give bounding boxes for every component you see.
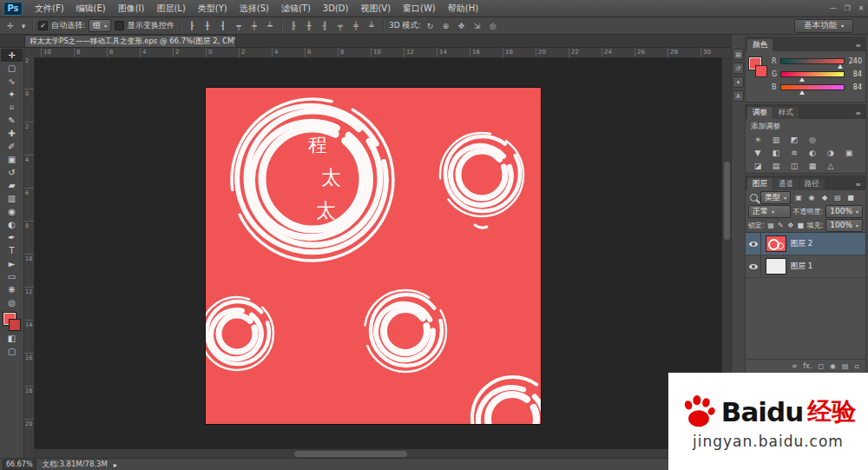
document-viewport[interactable]: 程 太 太 xyxy=(34,57,722,449)
gradient-tool[interactable]: ▥ xyxy=(1,192,23,205)
background-color-swatch[interactable] xyxy=(9,319,21,331)
tab-channels[interactable]: 通道 xyxy=(773,178,799,190)
show-transform-checkbox[interactable] xyxy=(115,21,124,30)
layer-name[interactable]: 图层 2 xyxy=(791,239,812,249)
adjustment-photofilter-icon[interactable]: ◑ xyxy=(824,149,838,157)
adjustment-exposure-icon[interactable]: ◎ xyxy=(806,136,819,144)
delete-layer-icon[interactable]: ▫ xyxy=(855,362,859,370)
align-bottom-icon[interactable]: ┷ xyxy=(264,20,276,32)
panel-menu-icon[interactable]: ≡ xyxy=(855,181,864,190)
adjustment-threshold-icon[interactable]: ◫ xyxy=(787,162,801,170)
align-top-icon[interactable]: ┯ xyxy=(233,20,245,32)
opacity-dropdown[interactable]: 100% ▾ xyxy=(825,205,863,218)
visibility-toggle[interactable] xyxy=(746,233,761,255)
auto-select-checkbox[interactable]: ✓ xyxy=(38,21,48,30)
green-value[interactable]: 84 xyxy=(847,70,862,78)
filter-pixel-layers-icon[interactable]: ▣ xyxy=(793,194,804,202)
brush-tool[interactable]: ✐ xyxy=(1,140,23,153)
menu-item-file[interactable]: 文件(F) xyxy=(29,0,70,17)
horizontal-scrollbar-thumb[interactable] xyxy=(294,451,407,457)
document-canvas[interactable]: 程 太 太 xyxy=(206,88,541,424)
visibility-toggle[interactable] xyxy=(746,255,761,277)
restore-button[interactable]: ❐ xyxy=(840,0,854,17)
filter-adjustment-layers-icon[interactable]: ◉ xyxy=(806,194,817,202)
distribute-right-icon[interactable]: ╢ xyxy=(319,20,331,32)
menu-item-view[interactable]: 视图(V) xyxy=(354,0,397,17)
link-layers-icon[interactable]: ∞ xyxy=(792,362,798,370)
eyedropper-tool[interactable]: ✎ xyxy=(1,114,23,127)
3d-scale-icon[interactable]: ◎ xyxy=(487,20,499,32)
layer-thumbnail[interactable] xyxy=(766,258,786,275)
panel-menu-icon[interactable]: ≡ xyxy=(855,109,864,119)
adjustment-levels-icon[interactable]: ▥ xyxy=(769,136,783,144)
menu-item-3d[interactable]: 3D(D) xyxy=(317,0,355,17)
align-center-h-icon[interactable]: ╂ xyxy=(201,20,214,32)
lasso-tool[interactable]: ∿ xyxy=(1,75,23,88)
filter-type-dropdown[interactable]: 类型 ▾ xyxy=(760,191,791,204)
dock-icon-character[interactable]: A xyxy=(733,90,744,102)
lock-position-icon[interactable]: ✥ xyxy=(787,222,794,229)
menu-item-image[interactable]: 图像(I) xyxy=(112,0,151,17)
align-middle-icon[interactable]: ┿ xyxy=(248,20,260,32)
auto-select-group-dropdown[interactable]: 组 ▾ xyxy=(89,19,111,32)
distribute-middle-icon[interactable]: ╪ xyxy=(350,20,362,32)
blue-value[interactable]: 84 xyxy=(847,83,862,91)
menu-item-help[interactable]: 帮助(H) xyxy=(442,0,484,17)
menu-item-filter[interactable]: 滤镜(T) xyxy=(275,0,317,17)
shape-tool[interactable]: ▭ xyxy=(1,270,23,283)
panel-menu-icon[interactable]: ≡ xyxy=(855,42,864,51)
dock-icon-history[interactable]: ↺ xyxy=(733,63,744,74)
eraser-tool[interactable]: ▰ xyxy=(1,179,23,192)
distribute-bottom-icon[interactable]: ╧ xyxy=(365,20,378,32)
status-expand-arrow-icon[interactable]: ▸ xyxy=(114,460,117,469)
adjustment-channelmixer-icon[interactable]: ▣ xyxy=(842,149,856,157)
layer-group-icon[interactable]: ▤ xyxy=(842,362,849,370)
3d-rotate-icon[interactable]: ↻ xyxy=(424,20,437,32)
pen-tool[interactable]: ✒ xyxy=(1,231,23,244)
3d-slide-icon[interactable]: ⇲ xyxy=(471,20,483,32)
menu-item-edit[interactable]: 编辑(E) xyxy=(70,0,112,17)
adjustment-vibrance-icon[interactable]: ▼ xyxy=(751,149,765,157)
filter-shape-layers-icon[interactable]: ▤ xyxy=(832,194,843,202)
tab-layers[interactable]: 图层 xyxy=(747,178,773,190)
green-slider[interactable] xyxy=(780,71,845,77)
close-button[interactable]: ✕ xyxy=(854,0,868,17)
adjustment-hue-icon[interactable]: ◧ xyxy=(769,149,783,157)
blue-slider[interactable] xyxy=(780,84,845,90)
minimize-button[interactable]: — xyxy=(826,0,840,17)
align-right-icon[interactable]: ┨ xyxy=(217,20,229,32)
adjustment-invert-icon[interactable]: ◪ xyxy=(751,162,765,170)
tab-paths[interactable]: 路径 xyxy=(799,178,825,190)
layer-styles-icon[interactable]: fx. xyxy=(803,362,812,370)
layer-mask-icon[interactable]: ◻ xyxy=(818,362,824,370)
dock-icon-styles[interactable]: ✦ xyxy=(733,76,744,88)
dock-icon-swatches[interactable]: ▤ xyxy=(733,49,744,60)
filter-smart-objects-icon[interactable]: ■ xyxy=(845,194,856,202)
adjustment-colorbalance-icon[interactable]: ≋ xyxy=(787,149,801,157)
hand-tool[interactable]: ❋ xyxy=(1,283,23,296)
zoom-level-field[interactable]: 66.67% xyxy=(3,460,36,470)
menu-item-window[interactable]: 窗口(W) xyxy=(397,0,442,17)
tab-adjustments[interactable]: 调整 xyxy=(747,107,773,119)
healing-brush-tool[interactable]: ✚ xyxy=(1,127,23,140)
adjustment-gradientmap-icon[interactable]: ▦ xyxy=(806,162,819,170)
workspace-switcher-button[interactable]: 基本功能 ▾ xyxy=(794,19,853,33)
dodge-tool[interactable]: ◐ xyxy=(1,218,23,231)
adjustment-bw-icon[interactable]: ◐ xyxy=(806,149,819,157)
tab-styles[interactable]: 样式 xyxy=(773,107,799,119)
vertical-scrollbar-thumb[interactable] xyxy=(724,162,730,240)
quick-select-tool[interactable]: ✦ xyxy=(1,88,23,101)
3d-pan-icon[interactable]: ✥ xyxy=(456,20,468,32)
red-slider[interactable] xyxy=(780,58,845,64)
menu-item-layer[interactable]: 图层(L) xyxy=(150,0,191,17)
menu-item-select[interactable]: 选择(S) xyxy=(233,0,275,17)
layer-row-2[interactable]: 图层 2 xyxy=(746,233,865,255)
red-value[interactable]: 240 xyxy=(847,57,862,65)
align-left-icon[interactable]: ┠ xyxy=(186,20,198,32)
adjustment-curves-icon[interactable]: ◩ xyxy=(787,136,801,144)
tab-color[interactable]: 颜色 xyxy=(747,39,773,51)
layer-name[interactable]: 图层 1 xyxy=(791,261,812,272)
lock-transparent-icon[interactable]: ▦ xyxy=(767,222,774,229)
fill-dropdown[interactable]: 100% ▾ xyxy=(825,219,863,232)
adjustment-selectivecolor-icon[interactable]: △ xyxy=(824,162,838,170)
